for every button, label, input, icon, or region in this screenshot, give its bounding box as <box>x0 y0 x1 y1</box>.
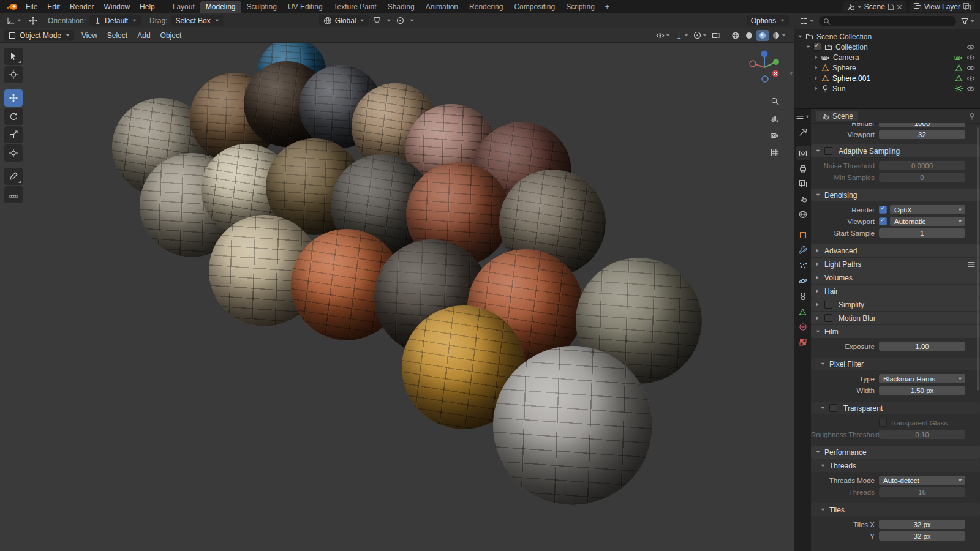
editor-type-button[interactable] <box>5 15 23 26</box>
orientation-dropdown[interactable]: Default <box>89 15 141 26</box>
outliner-row-sphere[interactable]: Sphere <box>794 62 980 73</box>
menu-help[interactable]: Help <box>135 0 160 13</box>
field-adaptive-sampling-noise-threshold[interactable]: 0.0000 <box>879 161 965 170</box>
properties-tab-physics[interactable] <box>796 274 810 288</box>
scene-selector[interactable]: Scene <box>843 1 906 12</box>
checkbox-denoising-viewport[interactable] <box>879 217 887 225</box>
shading-rendered-button[interactable] <box>770 30 788 41</box>
properties-tab-world[interactable] <box>796 208 810 221</box>
tool-transform[interactable] <box>4 144 23 162</box>
expander-icon[interactable] <box>813 66 820 70</box>
workspace-tab-scripting[interactable]: Scripting <box>560 1 600 13</box>
viewport-menu-select[interactable]: Select <box>102 29 132 42</box>
section-performance[interactable]: Performance <box>811 446 980 459</box>
field-tiles-y[interactable]: 32 px <box>879 531 965 541</box>
properties-tab-object[interactable] <box>796 228 810 242</box>
outliner-filter-button[interactable] <box>959 17 976 26</box>
ortho-toggle-button[interactable] <box>769 147 780 158</box>
show-object-types-button[interactable] <box>654 31 672 40</box>
tool-rotate[interactable] <box>4 108 23 125</box>
field-threads-threads[interactable]: 16 <box>879 487 965 497</box>
outliner-search-input[interactable] <box>819 16 956 26</box>
collection-checkbox[interactable] <box>813 43 821 51</box>
view-layer-selector[interactable]: View Layer <box>910 1 975 12</box>
properties-tab-constraints[interactable] <box>796 290 810 303</box>
properties-tab-output[interactable] <box>796 162 810 175</box>
tool-annotate[interactable] <box>4 168 23 185</box>
section-denoising[interactable]: Denoising <box>811 189 980 201</box>
section-advanced[interactable]: Advanced <box>811 244 980 257</box>
snap-settings-button[interactable] <box>385 18 392 23</box>
section-light-paths[interactable]: Light Paths <box>811 258 980 271</box>
drag-dropdown[interactable]: Select Box <box>171 15 223 26</box>
outliner-row-scene-collection[interactable]: Scene Collection <box>794 31 980 42</box>
workspace-tab-uv-editing[interactable]: UV Editing <box>282 1 328 13</box>
outliner-row-sphere-001[interactable]: Sphere.001 <box>794 73 980 83</box>
sphere-brick-light-gray[interactable] <box>493 346 652 505</box>
show-overlays-button[interactable] <box>692 30 709 40</box>
workspace-tab-layout[interactable]: Layout <box>167 1 200 13</box>
pin-icon[interactable] <box>969 113 975 120</box>
dropdown-denoising-render[interactable]: OptiX <box>890 205 965 214</box>
workspace-tab-modeling[interactable]: Modeling <box>200 1 241 13</box>
expander-icon[interactable] <box>805 45 812 48</box>
field-adaptive-sampling-min-samples[interactable]: 0 <box>879 173 965 182</box>
add-workspace-button[interactable]: + <box>600 1 614 13</box>
new-scene-icon[interactable] <box>888 3 894 10</box>
sidebar-toggle[interactable]: ‹ <box>790 69 793 78</box>
hide-toggle-eye-icon[interactable] <box>967 44 975 50</box>
properties-tab-material[interactable] <box>796 320 810 334</box>
menu-render[interactable]: Render <box>65 0 99 13</box>
field-denoising-start-sample[interactable]: 1 <box>879 228 965 238</box>
properties-editor-button[interactable] <box>794 112 812 121</box>
options-dropdown[interactable]: Options <box>747 15 789 26</box>
properties-tab-tool[interactable] <box>796 126 810 139</box>
checkbox-transparent[interactable] <box>829 404 837 412</box>
section-adaptive-sampling[interactable]: Adaptive Sampling <box>811 144 980 157</box>
camera-view-button[interactable] <box>769 130 780 141</box>
workspace-tab-texture-paint[interactable]: Texture Paint <box>328 1 382 13</box>
workspace-tab-sculpting[interactable]: Sculpting <box>241 1 282 13</box>
snap-toggle[interactable] <box>372 15 382 26</box>
field-sampling-viewport[interactable]: 32 <box>879 130 965 139</box>
show-gizmos-button[interactable] <box>673 30 690 40</box>
breadcrumb-scene[interactable]: Scene <box>816 111 858 121</box>
properties-tab-scene[interactable] <box>796 192 810 206</box>
field-film-exposure[interactable]: 1.00 <box>879 342 965 351</box>
mode-dropdown[interactable]: Object Mode <box>4 30 74 41</box>
zoom-button[interactable] <box>769 96 780 107</box>
section-tiles[interactable]: Tiles <box>811 503 980 516</box>
menu-file[interactable]: File <box>21 0 42 13</box>
proportional-edit-toggle[interactable] <box>395 15 405 26</box>
viewport-canvas[interactable]: ‹ <box>0 43 794 551</box>
section-transparent[interactable]: Transparent <box>811 402 980 414</box>
shading-wireframe-button[interactable] <box>729 30 742 41</box>
transform-orientation-dropdown[interactable]: Global <box>319 15 369 26</box>
section-film[interactable]: Film <box>811 325 980 338</box>
nav-gizmo[interactable] <box>745 47 784 86</box>
toggle-xray-button[interactable] <box>710 30 722 41</box>
view-layer-render-icon[interactable] <box>963 2 971 11</box>
hide-toggle-eye-icon[interactable] <box>967 54 975 61</box>
outliner-row-sun[interactable]: Sun <box>794 83 980 94</box>
section-simplify[interactable]: Simplify <box>811 298 980 311</box>
dropdown-denoising-viewport[interactable]: Automatic <box>890 217 965 226</box>
section-hair[interactable]: Hair <box>811 285 980 298</box>
dropdown-pixel-filter-type[interactable]: Blackman-Harris <box>879 374 965 383</box>
checkbox-simplify[interactable] <box>824 301 832 309</box>
expander-icon[interactable] <box>813 55 820 59</box>
checkbox-denoising-render[interactable] <box>879 206 887 214</box>
hide-toggle-eye-icon[interactable] <box>967 65 975 71</box>
field-tiles-tiles-x[interactable]: 32 px <box>879 520 965 529</box>
menu-window[interactable]: Window <box>99 0 135 13</box>
checkbox-adaptive-sampling[interactable] <box>824 147 832 155</box>
outliner-row-collection[interactable]: Collection <box>794 42 980 52</box>
section-pixel-filter[interactable]: Pixel Filter <box>811 358 980 370</box>
properties-tab-texture[interactable] <box>796 335 810 349</box>
hide-toggle-eye-icon[interactable] <box>967 86 975 92</box>
outliner-editor-button[interactable] <box>798 16 816 26</box>
properties-tab-modifiers[interactable] <box>796 244 810 257</box>
properties-tab-particles[interactable] <box>796 259 810 272</box>
section-threads[interactable]: Threads <box>811 459 980 472</box>
section-menu-icon[interactable] <box>968 261 975 268</box>
